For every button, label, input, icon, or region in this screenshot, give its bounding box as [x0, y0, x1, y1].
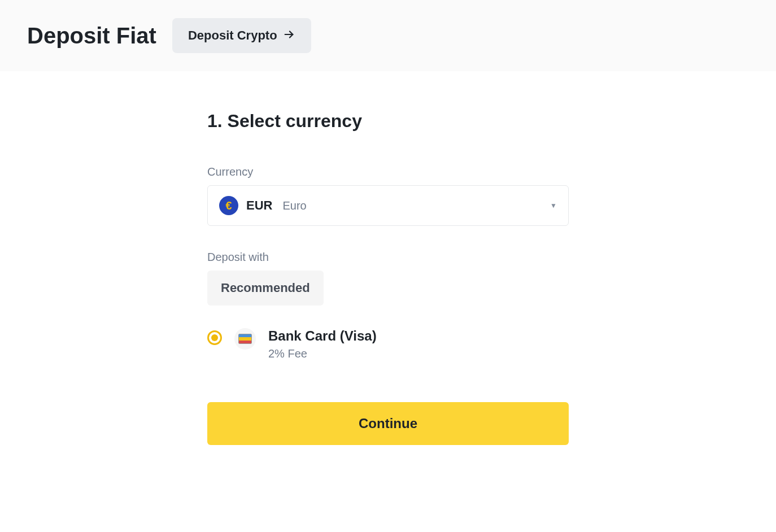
currency-field-label: Currency: [207, 165, 569, 178]
caret-down-icon: ▼: [550, 202, 557, 210]
deposit-with-label: Deposit with: [207, 251, 569, 264]
deposit-crypto-label: Deposit Crypto: [188, 28, 277, 43]
payment-method-fee: 2% Fee: [268, 347, 377, 360]
continue-button[interactable]: Continue: [207, 402, 569, 445]
currency-name: Euro: [282, 199, 306, 212]
currency-code: EUR: [246, 198, 272, 213]
main-content: 1. Select currency Currency € EUR Euro ▼…: [196, 71, 580, 468]
arrow-right-icon: [283, 28, 295, 43]
deposit-crypto-button[interactable]: Deposit Crypto: [172, 18, 311, 53]
euro-currency-icon: €: [219, 196, 238, 215]
payment-info: Bank Card (Visa) 2% Fee: [268, 328, 377, 360]
page-title: Deposit Fiat: [27, 23, 156, 49]
page-header: Deposit Fiat Deposit Crypto: [0, 0, 776, 71]
bank-card-icon: [234, 328, 256, 350]
radio-selected-icon: [207, 330, 222, 345]
tab-recommended[interactable]: Recommended: [207, 271, 324, 306]
step-heading: 1. Select currency: [207, 111, 569, 132]
payment-option-bank-card[interactable]: Bank Card (Visa) 2% Fee: [207, 326, 569, 363]
currency-select[interactable]: € EUR Euro ▼: [207, 185, 569, 226]
payment-method-name: Bank Card (Visa): [268, 328, 377, 344]
